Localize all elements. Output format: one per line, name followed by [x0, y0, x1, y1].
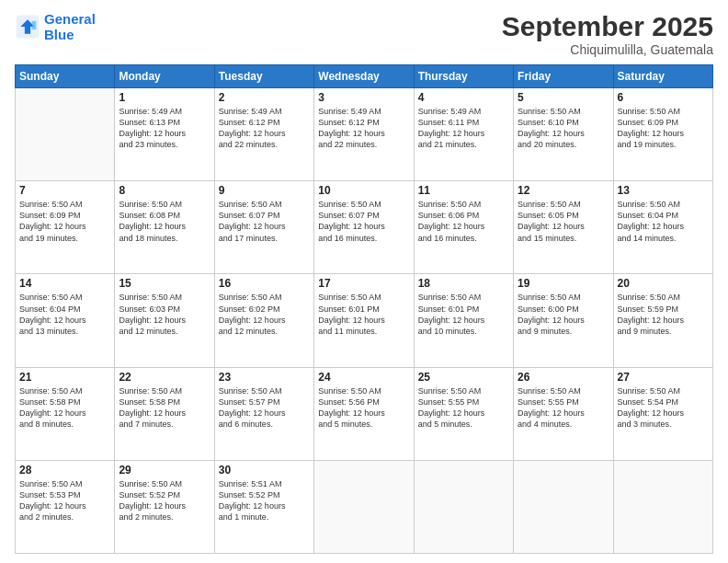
cell-info: Sunrise: 5:50 AM Sunset: 6:03 PM Dayligh… [119, 292, 210, 337]
day-number: 6 [618, 91, 709, 104]
logo-text: General Blue [44, 11, 96, 43]
calendar-cell: 7Sunrise: 5:50 AM Sunset: 6:09 PM Daylig… [16, 181, 115, 274]
day-number: 15 [119, 277, 210, 290]
col-header-tuesday: Tuesday [214, 65, 313, 88]
calendar-cell: 9Sunrise: 5:50 AM Sunset: 6:07 PM Daylig… [214, 181, 313, 274]
cell-info: Sunrise: 5:50 AM Sunset: 6:10 PM Dayligh… [518, 106, 609, 151]
calendar-cell: 15Sunrise: 5:50 AM Sunset: 6:03 PM Dayli… [115, 274, 214, 367]
calendar-cell: 29Sunrise: 5:50 AM Sunset: 5:52 PM Dayli… [115, 460, 214, 553]
day-number: 5 [518, 91, 609, 104]
day-number: 12 [518, 184, 609, 197]
day-number: 25 [418, 371, 509, 384]
col-header-monday: Monday [115, 65, 214, 88]
day-number: 1 [119, 91, 210, 104]
cell-info: Sunrise: 5:50 AM Sunset: 5:58 PM Dayligh… [119, 385, 210, 431]
day-number: 22 [119, 371, 210, 384]
calendar-cell: 13Sunrise: 5:50 AM Sunset: 6:04 PM Dayli… [613, 181, 712, 274]
calendar-cell: 30Sunrise: 5:51 AM Sunset: 5:52 PM Dayli… [214, 460, 313, 553]
calendar-cell: 23Sunrise: 5:50 AM Sunset: 5:57 PM Dayli… [214, 367, 313, 460]
calendar-cell: 18Sunrise: 5:50 AM Sunset: 6:01 PM Dayli… [414, 274, 513, 367]
calendar-cell: 25Sunrise: 5:50 AM Sunset: 5:55 PM Dayli… [414, 367, 513, 460]
day-number: 2 [219, 91, 310, 104]
cell-info: Sunrise: 5:49 AM Sunset: 6:12 PM Dayligh… [318, 106, 409, 151]
day-number: 10 [318, 184, 409, 197]
calendar-cell: 1Sunrise: 5:49 AM Sunset: 6:13 PM Daylig… [115, 88, 214, 181]
day-number: 4 [418, 91, 509, 104]
day-number: 27 [618, 371, 709, 384]
cell-info: Sunrise: 5:50 AM Sunset: 6:09 PM Dayligh… [618, 106, 709, 151]
day-number: 18 [418, 277, 509, 290]
title-block: September 2025 Chiquimulilla, Guatemala [502, 11, 713, 57]
month-title: September 2025 [502, 11, 713, 42]
cell-info: Sunrise: 5:50 AM Sunset: 5:55 PM Dayligh… [418, 385, 509, 431]
cell-info: Sunrise: 5:50 AM Sunset: 6:04 PM Dayligh… [19, 292, 110, 337]
calendar-week-row: 21Sunrise: 5:50 AM Sunset: 5:58 PM Dayli… [16, 367, 713, 460]
calendar-cell: 27Sunrise: 5:50 AM Sunset: 5:54 PM Dayli… [613, 367, 712, 460]
calendar-cell [414, 460, 513, 553]
logo: General Blue [15, 11, 96, 43]
col-header-friday: Friday [514, 65, 613, 88]
day-number: 20 [618, 277, 709, 290]
cell-info: Sunrise: 5:50 AM Sunset: 5:57 PM Dayligh… [219, 385, 310, 431]
calendar-cell: 28Sunrise: 5:50 AM Sunset: 5:53 PM Dayli… [16, 460, 115, 553]
cell-info: Sunrise: 5:51 AM Sunset: 5:52 PM Dayligh… [219, 478, 310, 523]
day-number: 8 [119, 184, 210, 197]
day-number: 19 [518, 277, 609, 290]
calendar-cell: 19Sunrise: 5:50 AM Sunset: 6:00 PM Dayli… [514, 274, 613, 367]
calendar-cell: 24Sunrise: 5:50 AM Sunset: 5:56 PM Dayli… [314, 367, 414, 460]
day-number: 26 [518, 371, 609, 384]
day-number: 14 [19, 277, 110, 290]
col-header-saturday: Saturday [613, 65, 712, 88]
calendar-cell: 2Sunrise: 5:49 AM Sunset: 6:12 PM Daylig… [214, 88, 313, 181]
calendar-cell: 3Sunrise: 5:49 AM Sunset: 6:12 PM Daylig… [314, 88, 414, 181]
col-header-wednesday: Wednesday [314, 65, 414, 88]
header: General Blue September 2025 Chiquimulill… [15, 11, 713, 57]
day-number: 23 [219, 371, 310, 384]
day-number: 30 [219, 464, 310, 477]
cell-info: Sunrise: 5:50 AM Sunset: 5:54 PM Dayligh… [618, 385, 709, 431]
day-number: 29 [119, 464, 210, 477]
calendar-cell: 22Sunrise: 5:50 AM Sunset: 5:58 PM Dayli… [115, 367, 214, 460]
col-header-sunday: Sunday [16, 65, 115, 88]
calendar-cell: 6Sunrise: 5:50 AM Sunset: 6:09 PM Daylig… [613, 88, 712, 181]
cell-info: Sunrise: 5:50 AM Sunset: 6:07 PM Dayligh… [318, 199, 409, 244]
cell-info: Sunrise: 5:50 AM Sunset: 6:09 PM Dayligh… [19, 199, 110, 244]
day-number: 9 [219, 184, 310, 197]
day-number: 13 [618, 184, 709, 197]
cell-info: Sunrise: 5:49 AM Sunset: 6:11 PM Dayligh… [418, 106, 509, 151]
cell-info: Sunrise: 5:50 AM Sunset: 6:06 PM Dayligh… [418, 199, 509, 244]
cell-info: Sunrise: 5:50 AM Sunset: 5:55 PM Dayligh… [518, 385, 609, 431]
page: General Blue September 2025 Chiquimulill… [0, 0, 728, 563]
day-number: 24 [318, 371, 409, 384]
calendar-cell: 14Sunrise: 5:50 AM Sunset: 6:04 PM Dayli… [16, 274, 115, 367]
day-number: 17 [318, 277, 409, 290]
calendar-week-row: 14Sunrise: 5:50 AM Sunset: 6:04 PM Dayli… [16, 274, 713, 367]
day-number: 16 [219, 277, 310, 290]
calendar-header-row: SundayMondayTuesdayWednesdayThursdayFrid… [16, 65, 713, 88]
cell-info: Sunrise: 5:50 AM Sunset: 6:04 PM Dayligh… [618, 199, 709, 244]
calendar-cell [314, 460, 414, 553]
calendar-cell: 26Sunrise: 5:50 AM Sunset: 5:55 PM Dayli… [514, 367, 613, 460]
cell-info: Sunrise: 5:50 AM Sunset: 5:59 PM Dayligh… [618, 292, 709, 337]
calendar-cell: 16Sunrise: 5:50 AM Sunset: 6:02 PM Dayli… [214, 274, 313, 367]
calendar-cell: 10Sunrise: 5:50 AM Sunset: 6:07 PM Dayli… [314, 181, 414, 274]
cell-info: Sunrise: 5:50 AM Sunset: 6:01 PM Dayligh… [418, 292, 509, 337]
cell-info: Sunrise: 5:49 AM Sunset: 6:13 PM Dayligh… [119, 106, 210, 151]
calendar-table: SundayMondayTuesdayWednesdayThursdayFrid… [15, 64, 713, 554]
calendar-cell: 5Sunrise: 5:50 AM Sunset: 6:10 PM Daylig… [514, 88, 613, 181]
calendar-cell [16, 88, 115, 181]
day-number: 21 [19, 371, 110, 384]
col-header-thursday: Thursday [414, 65, 513, 88]
calendar-week-row: 7Sunrise: 5:50 AM Sunset: 6:09 PM Daylig… [16, 181, 713, 274]
cell-info: Sunrise: 5:50 AM Sunset: 6:05 PM Dayligh… [518, 199, 609, 244]
calendar-cell: 12Sunrise: 5:50 AM Sunset: 6:05 PM Dayli… [514, 181, 613, 274]
calendar-cell: 8Sunrise: 5:50 AM Sunset: 6:08 PM Daylig… [115, 181, 214, 274]
logo-icon [15, 14, 40, 40]
calendar-cell: 17Sunrise: 5:50 AM Sunset: 6:01 PM Dayli… [314, 274, 414, 367]
cell-info: Sunrise: 5:49 AM Sunset: 6:12 PM Dayligh… [219, 106, 310, 151]
day-number: 7 [19, 184, 110, 197]
day-number: 28 [19, 464, 110, 477]
cell-info: Sunrise: 5:50 AM Sunset: 6:02 PM Dayligh… [219, 292, 310, 337]
calendar-cell: 21Sunrise: 5:50 AM Sunset: 5:58 PM Dayli… [16, 367, 115, 460]
cell-info: Sunrise: 5:50 AM Sunset: 6:01 PM Dayligh… [318, 292, 409, 337]
